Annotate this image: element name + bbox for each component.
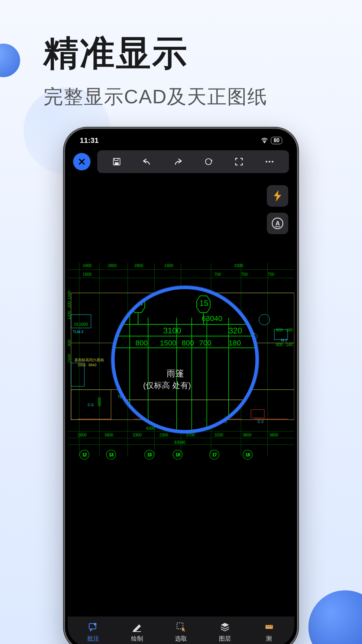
layers-icon	[219, 621, 231, 633]
svg-text:4300: 4300	[146, 426, 155, 431]
cad-canvas[interactable]: 2400 2800 2800 2400 3300 1500 700 750 75…	[68, 175, 294, 616]
save-icon	[112, 157, 121, 166]
nav-layers[interactable]: 图层	[203, 621, 247, 643]
svg-text:3800: 3800	[104, 433, 113, 437]
nav-annotate[interactable]: 批注	[71, 621, 115, 643]
redo-button[interactable]	[171, 155, 184, 168]
svg-text:63040: 63040	[174, 440, 185, 445]
svg-text:1200: 1200	[68, 311, 71, 320]
nav-label: 图层	[219, 635, 231, 643]
svg-text:3800: 3800	[269, 433, 278, 437]
svg-text:900: 900	[68, 339, 71, 346]
status-indicators: 80	[261, 137, 282, 144]
svg-text:1500: 1500	[68, 354, 71, 363]
battery-level: 80	[271, 137, 282, 144]
svg-rect-2	[115, 158, 118, 161]
lightning-icon	[273, 190, 282, 202]
svg-text:3200: 3200	[214, 433, 223, 437]
app-toolbar	[68, 147, 294, 176]
annotate-icon	[87, 621, 99, 633]
svg-text:2400: 2400	[83, 263, 92, 268]
svg-text:2001: 2001	[78, 363, 86, 367]
svg-text:C-5: C-5	[88, 403, 94, 407]
svg-rect-36	[251, 410, 264, 418]
lightning-button[interactable]	[267, 185, 288, 207]
svg-point-6	[269, 161, 270, 163]
svg-text:C-2: C-2	[258, 420, 264, 424]
svg-text:63040: 63040	[202, 314, 222, 323]
svg-rect-124	[265, 625, 273, 629]
nav-measure[interactable]: 测	[247, 621, 291, 643]
svg-text:01: 01	[74, 322, 79, 327]
svg-text:基面标高同六易南: 基面标高同六易南	[74, 358, 104, 362]
svg-text:15: 15	[147, 453, 152, 458]
svg-text:700: 700	[214, 272, 221, 277]
svg-text:140: 140	[286, 342, 293, 347]
svg-text:160: 160	[286, 328, 293, 332]
hero-subtitle: 完整显示CAD及天正图纸	[44, 84, 267, 110]
phone-mockup: 11:31 80	[64, 127, 298, 644]
svg-text:800: 800	[182, 339, 194, 347]
svg-text:2300: 2300	[159, 433, 168, 437]
svg-text:700: 700	[199, 339, 212, 347]
fullscreen-button[interactable]	[232, 155, 246, 168]
hero-title: 精准显示	[44, 30, 188, 77]
magnifier-content: 14 15 63040 3100 320 800 1500 800 700 18…	[115, 289, 255, 430]
nav-draw[interactable]: 绘制	[115, 621, 159, 643]
save-button[interactable]	[110, 155, 123, 168]
refresh-button[interactable]	[202, 155, 215, 168]
svg-text:2800: 2800	[78, 433, 87, 437]
fullscreen-icon	[234, 157, 244, 166]
refresh-icon	[204, 157, 213, 166]
nav-label: 批注	[87, 635, 99, 643]
svg-text:1500: 1500	[83, 272, 92, 277]
svg-text:3300: 3300	[133, 433, 142, 437]
measure-icon	[263, 621, 275, 633]
bg-decor-small	[0, 44, 20, 77]
draw-icon	[131, 621, 143, 633]
nav-select[interactable]: 选取	[159, 621, 203, 643]
more-icon	[265, 160, 274, 163]
svg-text:3100: 3100	[163, 326, 181, 335]
svg-text:雨篷: 雨篷	[167, 368, 184, 378]
svg-text:750: 750	[241, 272, 248, 277]
nav-label: 选取	[175, 635, 187, 643]
undo-button[interactable]	[140, 155, 154, 168]
svg-point-27	[259, 314, 270, 325]
more-button[interactable]	[263, 155, 276, 168]
svg-point-121	[94, 623, 97, 626]
close-icon	[78, 158, 85, 165]
svg-text:200: 200	[68, 301, 71, 308]
bg-decor-bottom	[308, 590, 362, 644]
svg-text:16: 16	[176, 453, 180, 458]
close-button[interactable]	[73, 153, 90, 170]
svg-text:180: 180	[229, 339, 241, 347]
side-tool-stack: A	[267, 185, 288, 234]
svg-text:3600: 3600	[243, 433, 252, 437]
svg-text:900: 900	[276, 328, 283, 332]
redo-icon	[173, 158, 183, 166]
svg-point-0	[264, 142, 265, 143]
undo-icon	[142, 158, 152, 166]
svg-text:8800: 8800	[97, 397, 102, 407]
svg-text:A: A	[276, 220, 280, 227]
svg-point-7	[272, 161, 274, 163]
svg-text:13: 13	[109, 453, 114, 458]
status-bar: 11:31 80	[68, 131, 294, 147]
wifi-icon	[261, 138, 268, 144]
svg-text:1500: 1500	[160, 339, 176, 347]
svg-text:3300: 3300	[234, 263, 243, 268]
bottom-nav: 批注 绘制 选取 图层	[68, 616, 294, 644]
svg-text:TLM-3: TLM-3	[73, 330, 83, 334]
svg-point-4	[205, 159, 212, 165]
phone-screen: 11:31 80	[68, 131, 294, 644]
text-style-button[interactable]: A	[267, 213, 288, 234]
svg-text:320: 320	[229, 326, 242, 335]
svg-text:2400: 2400	[164, 263, 173, 268]
select-icon	[175, 621, 187, 633]
nav-label: 测	[266, 635, 272, 643]
toolbar-actions	[97, 150, 289, 173]
svg-text:12: 12	[82, 453, 87, 458]
svg-point-5	[266, 161, 267, 163]
text-style-icon: A	[271, 217, 284, 230]
